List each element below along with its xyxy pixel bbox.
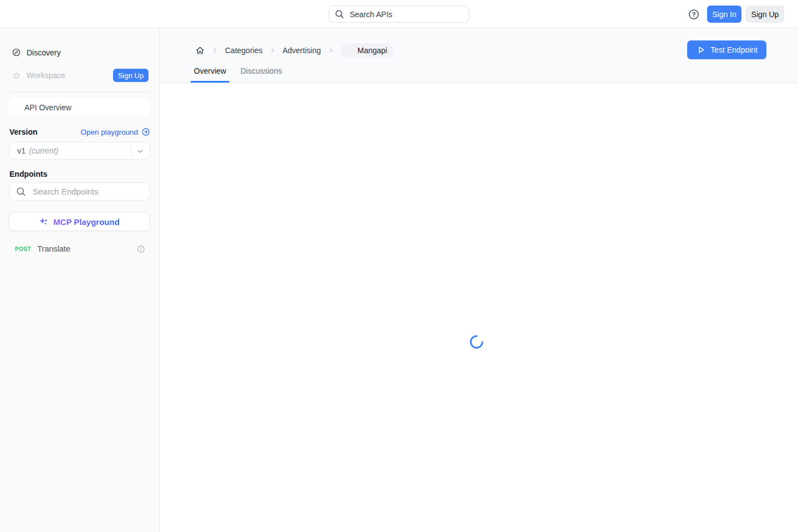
home-icon[interactable] [195, 45, 205, 55]
version-select[interactable]: v1 (current) [9, 142, 150, 160]
compass-icon [12, 48, 21, 57]
version-note: (current) [29, 146, 58, 155]
chevron-down-icon [135, 146, 146, 157]
api-header-band: Categories Advertising Mangapi Test Endp… [160, 28, 798, 83]
main-content: Categories Advertising Mangapi Test Endp… [160, 28, 798, 532]
version-value: v1 [17, 146, 25, 155]
tab-overview[interactable]: Overview [191, 66, 229, 83]
search-icon [16, 187, 26, 197]
test-endpoint-label: Test Endpoint [710, 45, 758, 54]
global-search[interactable] [329, 6, 469, 23]
http-method-badge: POST [15, 246, 31, 252]
play-icon [696, 45, 706, 55]
topbar-actions: ? Sign In Sign Up [688, 0, 784, 28]
topbar: ? Sign In Sign Up [0, 0, 798, 28]
sign-in-button[interactable]: Sign In [707, 6, 741, 23]
search-icon [335, 9, 344, 19]
sidebar-item-label: Discovery [27, 48, 60, 57]
breadcrumb-categories[interactable]: Categories [225, 46, 263, 55]
search-apis-input[interactable] [349, 9, 463, 19]
breadcrumb: Categories Advertising Mangapi [195, 42, 393, 59]
chevron-right-icon [269, 47, 277, 54]
sidebar-item-api-overview[interactable]: API Overview [9, 98, 150, 116]
chevron-right-icon [327, 47, 335, 54]
tab-discussions[interactable]: Discussions [241, 66, 279, 83]
version-section-header: Version Open playground [9, 127, 150, 136]
version-label: Version [9, 127, 38, 136]
search-endpoints-input[interactable] [32, 186, 144, 197]
info-icon[interactable] [137, 245, 145, 253]
breadcrumb-advertising[interactable]: Advertising [283, 46, 321, 55]
open-playground-link[interactable]: Open playground [80, 127, 150, 136]
loading-spinner [469, 335, 484, 349]
open-playground-label: Open playground [80, 128, 138, 136]
sidebar-item-label: Workspace [27, 71, 65, 80]
sidebar: Discovery Workspace Sign Up API Overview… [0, 28, 160, 532]
workspace-sign-up-button[interactable]: Sign Up [113, 69, 149, 82]
api-name: Mangapi [357, 46, 387, 55]
test-endpoint-button[interactable]: Test Endpoint [687, 40, 766, 59]
select-separator [131, 146, 131, 156]
sign-up-button[interactable]: Sign Up [746, 6, 784, 23]
mcp-playground-button[interactable]: MCP Playground [9, 212, 150, 231]
endpoints-label: Endpoints [9, 170, 150, 178]
endpoint-item-translate[interactable]: POST Translate [9, 241, 150, 257]
tab-bar: Overview Discussions [191, 66, 279, 83]
breadcrumb-current-api[interactable]: Mangapi [341, 43, 393, 58]
svg-text:?: ? [692, 11, 696, 17]
star-icon [12, 71, 21, 80]
chevron-right-icon [211, 47, 219, 54]
arrow-right-circle-icon [141, 127, 150, 136]
search-endpoints-box[interactable] [9, 182, 150, 201]
sidebar-item-workspace[interactable]: Workspace Sign Up [9, 69, 150, 82]
sparkles-icon [39, 217, 48, 226]
sidebar-divider [9, 91, 150, 92]
mcp-playground-label: MCP Playground [53, 217, 120, 227]
help-icon[interactable]: ? [688, 9, 699, 20]
endpoint-name: Translate [37, 244, 70, 253]
api-overview-label: API Overview [24, 103, 71, 112]
sidebar-item-discovery[interactable]: Discovery [9, 48, 150, 57]
